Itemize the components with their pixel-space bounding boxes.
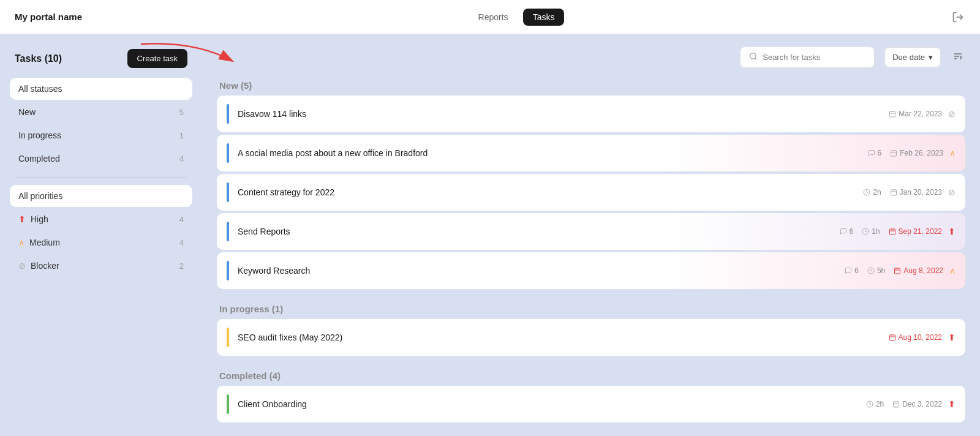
sort-dropdown[interactable]: Due date ▾ (884, 47, 941, 67)
sidebar-item-label: All statuses (18, 84, 62, 94)
sidebar-item-all-priorities[interactable]: All priorities (10, 185, 192, 207)
task-comments: 6 (840, 227, 854, 236)
sidebar-item-new[interactable]: New 5 (10, 101, 192, 123)
double-chevron-up-icon: ⬆ (948, 333, 956, 342)
tasks-tab[interactable]: Tasks (523, 9, 565, 26)
task-row[interactable]: SEO audit fixes (May 2022) Aug 10, 2022 … (217, 319, 965, 356)
sidebar-item-label: In progress (18, 130, 61, 140)
sidebar-item-label: Blocker (31, 261, 59, 271)
task-row[interactable]: Client Onboarding 2h Dec 3, 2022 ⬆ (217, 386, 965, 423)
task-date-item: Aug 10, 2022 (889, 333, 942, 342)
sidebar-item-left: ∧ Medium (18, 238, 60, 247)
task-time: 2h (866, 400, 884, 408)
task-meta: 2h Jan 20, 2023 (863, 188, 942, 197)
sidebar-item-left: ⬆ High (18, 214, 48, 224)
task-meta: 2h Dec 3, 2022 (866, 400, 942, 408)
sidebar-divider (15, 177, 187, 178)
sidebar-item-count: 2 (179, 261, 184, 271)
medium-priority-icon: ∧ (18, 238, 24, 247)
task-border (227, 104, 229, 124)
task-name: A social media post about a new office i… (238, 148, 868, 158)
comment-count: 6 (854, 266, 859, 275)
svg-rect-16 (891, 190, 896, 195)
blocker-priority-icon: ⊘ (18, 261, 26, 271)
sidebar-item-label: New (18, 107, 36, 117)
task-name: SEO audit fixes (May 2022) (238, 333, 889, 342)
task-border (227, 143, 229, 163)
task-time: 2h (863, 188, 881, 197)
main-content: Due date ▾ New (5) Disavow 114 links (202, 34, 980, 436)
sidebar-item-count: 4 (179, 238, 184, 247)
task-date: Dec 3, 2022 (902, 400, 942, 408)
sidebar: Tasks (10) Create task All statuses New … (0, 34, 202, 436)
task-time: 1h (862, 227, 880, 236)
sidebar-item-left: ⊘ Blocker (18, 261, 59, 271)
task-comments: 6 (868, 149, 882, 157)
task-time-value: 2h (876, 400, 884, 408)
high-priority-icon: ⬆ (18, 214, 26, 224)
task-date-item: Jan 20, 2023 (890, 188, 942, 197)
task-border (227, 222, 229, 241)
group-title-in-progress: In progress (1) (217, 304, 965, 314)
logout-icon[interactable] (951, 10, 965, 24)
task-meta: Aug 10, 2022 (889, 333, 942, 342)
task-time-value: 1h (872, 227, 880, 236)
task-date: Feb 26, 2023 (900, 149, 943, 157)
top-navigation: My portal name Reports Tasks (0, 0, 980, 34)
task-name: Client Onboarding (238, 399, 866, 409)
chevron-down-icon: ▾ (929, 53, 933, 62)
sidebar-item-completed[interactable]: Completed 4 (10, 148, 192, 170)
task-name: Content strategy for 2022 (238, 187, 863, 197)
sort-order-button[interactable] (951, 49, 965, 66)
sidebar-item-all-statuses[interactable]: All statuses (10, 78, 192, 100)
group-title-new: New (5) (217, 80, 965, 91)
sidebar-item-high[interactable]: ⬆ High 4 (10, 208, 192, 230)
task-date: Mar 22, 2023 (899, 110, 942, 118)
task-row[interactable]: Send Reports 6 1h Sep 21, 2022 ⬆ (217, 213, 965, 250)
task-group-new: New (5) Disavow 114 links Mar 22, 2023 ⊘… (217, 80, 965, 289)
task-row[interactable]: Keyword Research 6 5h Aug 8, 2022 (217, 252, 965, 289)
comment-count: 6 (878, 149, 882, 157)
chevron-up-icon: ∧ (949, 148, 956, 158)
task-date-item: Mar 22, 2023 (889, 110, 942, 118)
search-input[interactable] (763, 53, 861, 62)
sidebar-item-blocker[interactable]: ⊘ Blocker 2 (10, 255, 192, 277)
create-task-button[interactable]: Create task (127, 49, 187, 68)
task-name: Keyword Research (238, 266, 845, 276)
sidebar-item-count: 1 (179, 131, 184, 140)
task-date: Aug 8, 2022 (903, 266, 943, 275)
svg-rect-30 (889, 335, 895, 340)
sidebar-item-count: 4 (179, 154, 184, 164)
sidebar-item-label: All priorities (18, 191, 62, 201)
block-icon: ⊘ (948, 187, 956, 197)
comment-count: 6 (850, 227, 854, 236)
sidebar-item-label: Completed (18, 154, 60, 164)
task-date-item: Dec 3, 2022 (892, 400, 942, 408)
task-row[interactable]: A social media post about a new office i… (217, 135, 965, 171)
nav-tabs: Reports Tasks (469, 9, 565, 26)
task-row[interactable]: Disavow 114 links Mar 22, 2023 ⊘ (217, 96, 965, 132)
task-time: 5h (867, 266, 885, 275)
task-meta: 6 5h Aug 8, 2022 (845, 266, 943, 275)
task-date-item: Sep 21, 2022 (889, 227, 942, 236)
double-chevron-up-icon: ⬆ (948, 399, 956, 409)
group-title-completed: Completed (4) (217, 370, 965, 381)
sidebar-title: Tasks (10) (15, 53, 62, 64)
svg-rect-11 (891, 151, 897, 156)
sort-label: Due date (892, 53, 925, 62)
sidebar-item-count: 4 (179, 215, 184, 224)
main-layout: Tasks (10) Create task All statuses New … (0, 34, 980, 436)
sidebar-item-in-progress[interactable]: In progress 1 (10, 124, 192, 146)
task-date: Jan 20, 2023 (900, 188, 942, 197)
task-date-item: Feb 26, 2023 (890, 149, 943, 157)
reports-tab[interactable]: Reports (469, 9, 518, 26)
sidebar-item-medium[interactable]: ∧ Medium 4 (10, 231, 192, 254)
task-time-value: 5h (877, 266, 885, 275)
search-icon (749, 52, 758, 62)
task-border (227, 394, 229, 414)
sidebar-item-count: 5 (179, 108, 184, 117)
task-row[interactable]: Content strategy for 2022 2h Jan 20, 202… (217, 174, 965, 211)
double-chevron-up-icon: ⬆ (948, 227, 956, 236)
task-meta: Mar 22, 2023 (889, 110, 942, 118)
task-date-item: Aug 8, 2022 (894, 266, 943, 275)
